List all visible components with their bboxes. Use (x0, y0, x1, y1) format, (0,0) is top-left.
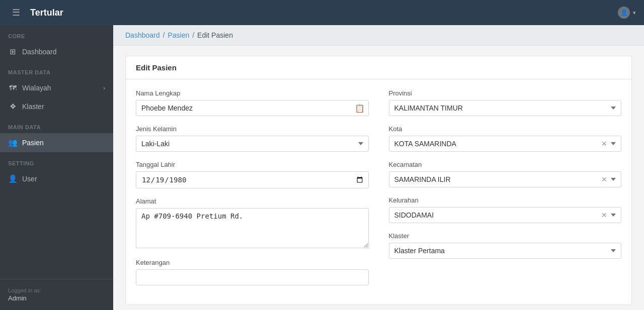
alamat-textarea[interactable]: Ap #709-6940 Pretium Rd. (136, 208, 369, 248)
label-nama-lengkap: Nama Lengkap (136, 89, 369, 97)
jenis-kelamin-select[interactable]: Laki-Laki Perempuan (136, 136, 369, 152)
user-icon: 👤 (8, 174, 17, 183)
label-keterangan: Keterangan (136, 259, 369, 266)
pasien-icon: 👥 (8, 138, 17, 147)
keterangan-input[interactable] (136, 269, 369, 285)
wialayah-expand-arrow: › (103, 85, 105, 91)
label-jenis-kelamin: Jenis Kelamin (136, 125, 369, 133)
sidebar-section-setting: SETTING 👤 User (0, 152, 113, 188)
sidebar-item-pasien[interactable]: 👥 Pasien (0, 133, 113, 152)
klaster-icon: ❖ (8, 102, 17, 111)
form-group-jenis-kelamin: Jenis Kelamin Laki-Laki Perempuan (136, 125, 369, 152)
label-tanggal-lahir: Tanggal Lahir (136, 161, 369, 168)
kelurahan-clear-button[interactable]: ✕ (600, 211, 608, 219)
map-icon: 🗺 (8, 83, 17, 92)
form-group-keterangan: Keterangan (136, 259, 369, 285)
kota-select[interactable]: KOTA SAMARINDA BALIKPAPAN (389, 136, 622, 152)
sidebar-section-core: CORE ⊞ Dashboard (0, 25, 113, 61)
card-body: Nama Lengkap 📋 Jenis Kelamin Laki-Laki (126, 79, 631, 304)
form-group-klaster: Klaster Klaster Pertama Klaster Kedua (389, 232, 622, 259)
sidebar-section-setting-label: SETTING (0, 152, 113, 169)
nama-lengkap-input-wrapper: 📋 (136, 100, 369, 116)
form-grid: Nama Lengkap 📋 Jenis Kelamin Laki-Laki (136, 89, 621, 294)
sidebar-item-pasien-label: Pasien (22, 139, 44, 147)
provinsi-select[interactable]: KALIMANTAN TIMUR JAWA BARAT JAWA TIMUR (389, 100, 622, 116)
sidebar-section-main-data: MAIN DATA 👥 Pasien (0, 116, 113, 152)
user-avatar-icon: 👤 (618, 7, 630, 19)
kota-clear-button[interactable]: ✕ (600, 140, 608, 148)
logged-in-as-label: Logged in as: (8, 287, 105, 293)
logged-in-user-name: Admin (8, 294, 105, 302)
label-kota: Kota (389, 125, 622, 133)
edit-pasien-card: Edit Pasien Nama Lengkap 📋 (125, 56, 632, 305)
sidebar-footer: Logged in as: Admin (0, 279, 113, 310)
breadcrumb-dashboard[interactable]: Dashboard (125, 31, 160, 39)
sidebar-item-wialayah[interactable]: 🗺 Wialayah › (0, 78, 113, 97)
user-menu[interactable]: 👤 ▾ (618, 7, 636, 19)
form-group-alamat: Alamat Ap #709-6940 Pretium Rd. (136, 197, 369, 250)
form-left-col: Nama Lengkap 📋 Jenis Kelamin Laki-Laki (136, 89, 369, 294)
sidebar-item-dashboard-label: Dashboard (22, 48, 57, 56)
sidebar-toggle-button[interactable]: ☰ (8, 5, 24, 20)
kelurahan-select[interactable]: SIDODAMAI SUNGAI PINANG (389, 207, 622, 223)
breadcrumb-sep-2: / (192, 31, 194, 39)
label-klaster: Klaster (389, 232, 622, 240)
nama-lengkap-input[interactable] (136, 100, 369, 116)
sidebar-item-dashboard[interactable]: ⊞ Dashboard (0, 42, 113, 61)
sidebar-item-klaster[interactable]: ❖ Klaster (0, 97, 113, 116)
kelurahan-select-wrapper: SIDODAMAI SUNGAI PINANG ✕ (389, 207, 622, 223)
sidebar-item-user-label: User (22, 175, 37, 183)
kota-select-wrapper: KOTA SAMARINDA BALIKPAPAN ✕ (389, 136, 622, 152)
sidebar-item-klaster-label: Klaster (22, 102, 44, 111)
kecamatan-select-wrapper: SAMARINDA ILIR SAMARINDA KOTA ✕ (389, 171, 622, 187)
sidebar: CORE ⊞ Dashboard MASTER DATA 🗺 Wialayah … (0, 25, 113, 310)
sidebar-section-core-label: CORE (0, 25, 113, 42)
sidebar-section-main-data-label: MAIN DATA (0, 116, 113, 133)
form-right-col: Provinsi KALIMANTAN TIMUR JAWA BARAT JAW… (389, 89, 622, 294)
breadcrumb-current: Edit Pasien (197, 31, 233, 39)
label-kelurahan: Kelurahan (389, 196, 622, 204)
card-title: Edit Pasien (126, 56, 631, 79)
breadcrumb: Dashboard / Pasien / Edit Pasien (113, 25, 644, 46)
form-group-provinsi: Provinsi KALIMANTAN TIMUR JAWA BARAT JAW… (389, 89, 622, 116)
dashboard-icon: ⊞ (8, 47, 17, 56)
sidebar-section-master-data-label: MASTER DATA (0, 61, 113, 78)
sidebar-item-wialayah-label: Wialayah (22, 84, 51, 92)
kecamatan-clear-button[interactable]: ✕ (600, 175, 608, 183)
breadcrumb-sep-1: / (163, 31, 165, 39)
calendar-icon: 📋 (355, 104, 365, 113)
navbar: ☰ Tertular 👤 ▾ (0, 0, 644, 25)
brand-logo: Tertular (30, 8, 63, 18)
klaster-select[interactable]: Klaster Pertama Klaster Kedua (389, 243, 622, 259)
breadcrumb-pasien[interactable]: Pasien (168, 31, 189, 39)
user-dropdown-chevron: ▾ (633, 10, 636, 16)
form-group-nama-lengkap: Nama Lengkap 📋 (136, 89, 369, 116)
sidebar-section-master-data: MASTER DATA 🗺 Wialayah › ❖ Klaster (0, 61, 113, 116)
main-content: Dashboard / Pasien / Edit Pasien Edit Pa… (113, 25, 644, 310)
form-group-tanggal-lahir: Tanggal Lahir (136, 161, 369, 188)
form-group-kota: Kota KOTA SAMARINDA BALIKPAPAN ✕ (389, 125, 622, 152)
form-group-kecamatan: Kecamatan SAMARINDA ILIR SAMARINDA KOTA … (389, 161, 622, 187)
label-provinsi: Provinsi (389, 89, 622, 97)
label-kecamatan: Kecamatan (389, 161, 622, 168)
tanggal-lahir-input[interactable] (136, 171, 369, 188)
sidebar-item-user[interactable]: 👤 User (0, 169, 113, 188)
kecamatan-select[interactable]: SAMARINDA ILIR SAMARINDA KOTA (389, 171, 622, 187)
label-alamat: Alamat (136, 197, 369, 205)
form-group-kelurahan: Kelurahan SIDODAMAI SUNGAI PINANG ✕ (389, 196, 622, 223)
